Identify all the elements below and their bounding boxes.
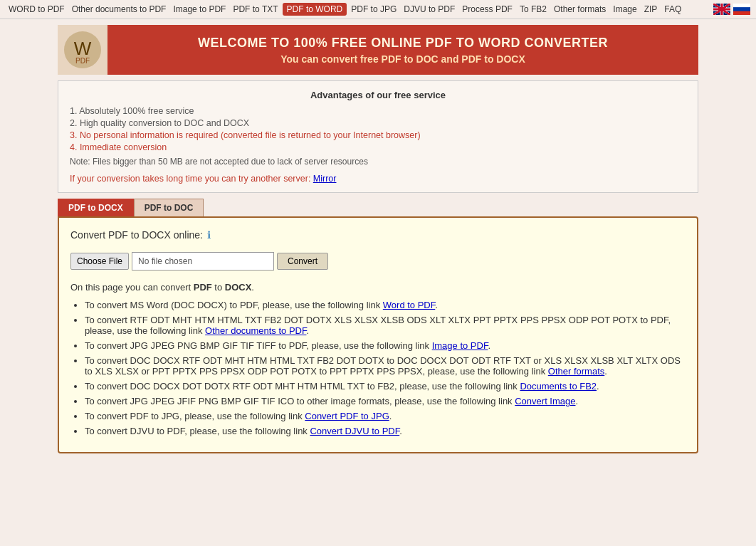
advantage-3: 3. No personal information is required (… <box>70 130 686 140</box>
converter-label-row: Convert PDF to DOCX online: ℹ <box>70 229 686 241</box>
mirror-text: If your conversion takes long time you c… <box>70 174 313 184</box>
intro-paragraph: On this page you can convert PDF to DOCX… <box>70 282 686 293</box>
link-docs-to-fb2[interactable]: Documents to FB2 <box>520 381 597 392</box>
pdf-bold: PDF <box>194 282 212 293</box>
header-title: WELCOME TO 100% FREE ONLINE PDF TO WORD … <box>116 36 690 51</box>
nav-image[interactable]: Image <box>610 3 639 16</box>
converter-area: PDF to DOCX PDF to DOC Convert PDF to DO… <box>58 199 698 453</box>
convert-button[interactable]: Convert <box>277 253 328 270</box>
nav-zip[interactable]: ZIP <box>641 3 661 16</box>
list-item: To convert RTF ODT MHT HTM HTML TXT FB2 … <box>85 315 686 336</box>
nav-pdf-to-word[interactable]: PDF to WORD <box>283 3 347 16</box>
header-text-block: WELCOME TO 100% FREE ONLINE PDF TO WORD … <box>107 30 698 70</box>
list-item: To convert PDF to JPG, please, use the f… <box>85 411 686 421</box>
language-flags <box>713 4 750 15</box>
list-item: To convert DJVU to PDF, please, use the … <box>85 426 686 436</box>
nav-to-fb2[interactable]: To FB2 <box>517 3 550 16</box>
list-item: To convert DOC DOCX DOT DOTX RTF ODT MHT… <box>85 381 686 392</box>
nav-other-formats[interactable]: Other formats <box>551 3 609 16</box>
top-navigation: WORD to PDF Other documents to PDF Image… <box>0 0 756 19</box>
description-section: On this page you can convert PDF to DOCX… <box>70 282 686 436</box>
nav-pdf-to-txt[interactable]: PDF to TXT <box>230 3 280 16</box>
mirror-line: If your conversion takes long time you c… <box>70 174 686 184</box>
help-icon[interactable]: ℹ <box>207 229 211 241</box>
advantage-1: 1. Absolutely 100% free service <box>70 106 686 116</box>
advantage-2: 2. High quality conversion to DOC and DO… <box>70 118 686 128</box>
converter-box: Convert PDF to DOCX online: ℹ Choose Fil… <box>58 216 698 453</box>
link-djvu-to-pdf[interactable]: Convert DJVU to PDF <box>310 426 399 436</box>
advantages-title: Advantages of our free service <box>70 90 686 100</box>
svg-rect-3 <box>733 11 750 15</box>
link-pdf-to-jpg[interactable]: Convert PDF to JPG <box>305 411 389 421</box>
svg-rect-0 <box>713 4 730 15</box>
svg-rect-1 <box>733 4 750 7</box>
svg-text:PDF: PDF <box>75 57 90 65</box>
nav-other-docs-to-pdf[interactable]: Other documents to PDF <box>69 3 169 16</box>
tab-pdf-to-docx[interactable]: PDF to DOCX <box>58 199 134 216</box>
nav-faq[interactable]: FAQ <box>661 3 684 16</box>
mirror-link[interactable]: Mirror <box>313 174 337 184</box>
link-image-to-pdf[interactable]: Image to PDF <box>432 340 488 351</box>
link-word-to-pdf[interactable]: Word to PDF <box>383 300 435 310</box>
nav-word-to-pdf[interactable]: WORD to PDF <box>6 3 68 16</box>
list-item: To convert JPG JPEG PNG BMP GIF TIF TIFF… <box>85 340 686 351</box>
list-item: To convert DOC DOCX RTF ODT MHT HTM HTML… <box>85 355 686 377</box>
flag-uk[interactable] <box>713 4 730 15</box>
link-convert-image[interactable]: Convert Image <box>515 396 575 406</box>
docx-bold: DOCX <box>225 282 252 293</box>
conversion-links-list: To convert MS Word (DOC DOCX) to PDF, pl… <box>85 300 686 436</box>
file-size-note: Note: Files bigger than 50 MB are not ac… <box>70 157 686 167</box>
site-header: W PDF WELCOME TO 100% FREE ONLINE PDF TO… <box>58 25 698 75</box>
link-other-formats[interactable]: Other formats <box>548 366 604 377</box>
list-item: To convert JPG JPEG JFIF PNG BMP GIF TIF… <box>85 396 686 406</box>
site-logo: W PDF <box>58 25 107 75</box>
header-subtitle: You can convert free PDF to DOC and PDF … <box>116 53 690 65</box>
choose-file-button[interactable]: Choose File <box>70 253 129 270</box>
nav-pdf-to-jpg[interactable]: PDF to JPG <box>348 3 399 16</box>
nav-process-pdf[interactable]: Process PDF <box>459 3 515 16</box>
file-name-display: No file chosen <box>132 252 274 271</box>
converter-tabs: PDF to DOCX PDF to DOC <box>58 199 698 216</box>
svg-rect-2 <box>733 7 750 11</box>
advantages-section: Advantages of our free service 1. Absolu… <box>58 80 698 193</box>
file-input-row: Choose File No file chosen Convert <box>70 252 686 271</box>
advantage-4: 4. Immediate conversion <box>70 142 686 152</box>
nav-image-to-pdf[interactable]: Image to PDF <box>170 3 229 16</box>
tab-pdf-to-doc[interactable]: PDF to DOC <box>134 199 204 216</box>
list-item: To convert MS Word (DOC DOCX) to PDF, pl… <box>85 300 686 310</box>
converter-label: Convert PDF to DOCX online: <box>70 229 203 241</box>
link-other-docs[interactable]: Other documents to PDF <box>205 325 306 336</box>
nav-djvu-to-pdf[interactable]: DJVU to PDF <box>401 3 458 16</box>
svg-text:W: W <box>73 38 91 59</box>
flag-ru[interactable] <box>733 4 750 15</box>
